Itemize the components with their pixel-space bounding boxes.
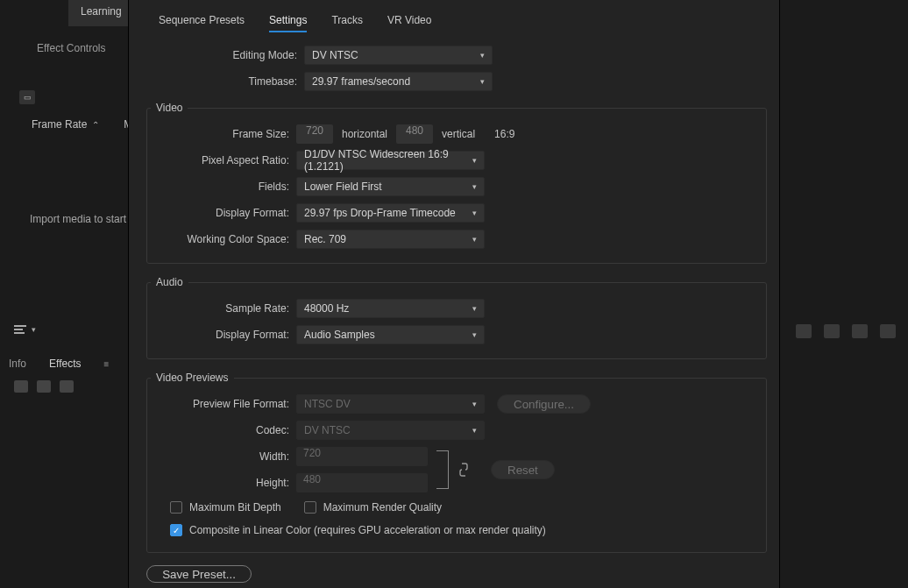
- link-icon[interactable]: [458, 462, 470, 478]
- codec-select: DV NTSC ▾: [296, 421, 485, 440]
- v-display-format-label: Display Format:: [147, 207, 296, 219]
- video-previews-legend: Video Previews: [151, 372, 234, 384]
- checkbox-icon: [304, 501, 316, 514]
- chevron-down-icon: ▾: [472, 330, 477, 339]
- width-input: 720: [296, 447, 428, 466]
- width-label: Width:: [147, 450, 296, 463]
- new-sequence-dialog: Sequence Presets Settings Tracks VR Vide…: [128, 0, 780, 588]
- horizontal-label: horizontal: [342, 128, 387, 140]
- tab-vr-video[interactable]: VR Video: [387, 14, 431, 31]
- chevron-down-icon: ▾: [472, 235, 477, 244]
- bracket-icon: [436, 450, 449, 489]
- panel-tab-effects[interactable]: Effects: [49, 358, 81, 370]
- sample-rate-label: Sample Rate:: [147, 302, 296, 315]
- preview-format-value: NTSC DV: [304, 398, 351, 410]
- chevron-down-icon: ▾: [472, 209, 477, 217]
- max-bit-depth-label: Maximum Bit Depth: [189, 501, 281, 514]
- reset-button[interactable]: Reset: [491, 460, 555, 479]
- fields-label: Fields:: [147, 181, 296, 193]
- v-display-format-value: 29.97 fps Drop-Frame Timecode: [304, 207, 456, 219]
- fields-value: Lower Field First: [304, 181, 382, 193]
- composite-linear-label: Composite in Linear Color (requires GPU …: [189, 524, 546, 536]
- par-label: Pixel Aspect Ratio:: [147, 154, 296, 166]
- column-frame-rate[interactable]: Frame Rate: [32, 118, 87, 131]
- panel-menu-icon[interactable]: [14, 324, 26, 335]
- chevron-down-icon: ▾: [480, 51, 485, 60]
- frame-height-input[interactable]: 480: [396, 124, 433, 144]
- frame-width-input[interactable]: 720: [296, 124, 333, 144]
- v-display-format-select[interactable]: 29.97 fps Drop-Frame Timecode ▾: [296, 203, 485, 223]
- a-display-format-value: Audio Samples: [304, 329, 375, 341]
- sort-caret-icon[interactable]: ⌃: [92, 120, 99, 130]
- aspect-ratio-text: 16:9: [494, 128, 514, 140]
- color-space-select[interactable]: Rec. 709 ▾: [296, 230, 485, 249]
- configure-button: Configure...: [497, 394, 591, 414]
- par-select[interactable]: D1/DV NTSC Widescreen 16:9 (1.2121) ▾: [296, 151, 485, 170]
- chevron-down-icon[interactable]: ▾: [32, 325, 36, 334]
- chevron-down-icon: ▾: [472, 426, 477, 435]
- max-render-quality-checkbox[interactable]: Maximum Render Quality: [304, 501, 442, 514]
- dialog-tabs: Sequence Presets Settings Tracks VR Vide…: [129, 0, 779, 33]
- audio-legend: Audio: [151, 276, 188, 288]
- sample-rate-value: 48000 Hz: [304, 302, 349, 315]
- chevron-down-icon: ▾: [472, 156, 477, 165]
- bin-icon[interactable]: [14, 380, 28, 393]
- a-display-format-select[interactable]: Audio Samples ▾: [296, 325, 485, 344]
- timebase-value: 29.97 frames/second: [312, 75, 410, 88]
- chevron-down-icon: ▾: [472, 182, 477, 191]
- panel-tab-info[interactable]: Info: [9, 358, 26, 370]
- bin-icon[interactable]: [37, 380, 51, 393]
- toolbar-icon[interactable]: [880, 324, 896, 338]
- codec-label: Codec:: [147, 424, 296, 436]
- video-previews-group: Video Previews Preview File Format: NTSC…: [146, 372, 767, 553]
- timebase-select[interactable]: 29.97 frames/second ▾: [304, 72, 493, 91]
- import-hint: Import media to start: [30, 213, 126, 225]
- max-bit-depth-checkbox[interactable]: Maximum Bit Depth: [170, 501, 281, 514]
- color-space-label: Working Color Space:: [147, 233, 296, 245]
- panel-tab-menu-icon[interactable]: ≡: [103, 359, 109, 369]
- sample-rate-select[interactable]: 48000 Hz ▾: [296, 299, 485, 318]
- fields-select[interactable]: Lower Field First ▾: [296, 177, 485, 196]
- workspace-tab-learning[interactable]: Learning: [68, 0, 134, 26]
- tab-settings[interactable]: Settings: [269, 14, 307, 32]
- editing-mode-select[interactable]: DV NTSC ▾: [304, 46, 493, 65]
- panel-icon[interactable]: ▭: [19, 90, 35, 104]
- a-display-format-label: Display Format:: [147, 329, 296, 341]
- editing-mode-value: DV NTSC: [312, 49, 358, 61]
- audio-group: Audio Sample Rate: 48000 Hz ▾ Display Fo…: [146, 276, 767, 359]
- max-render-quality-label: Maximum Render Quality: [323, 501, 442, 514]
- frame-size-label: Frame Size:: [147, 128, 296, 140]
- video-group: Video Frame Size: 720 horizontal 480 ver…: [146, 102, 767, 264]
- bin-icon[interactable]: [60, 380, 74, 393]
- timebase-label: Timebase:: [138, 75, 304, 88]
- preview-format-select: NTSC DV ▾: [296, 394, 485, 414]
- chevron-down-icon: ▾: [480, 77, 485, 86]
- save-preset-button[interactable]: Save Preset...: [146, 565, 252, 583]
- checkbox-checked-icon: ✓: [170, 524, 182, 536]
- editing-mode-label: Editing Mode:: [138, 49, 304, 61]
- toolbar-icon[interactable]: [824, 324, 840, 338]
- composite-linear-checkbox[interactable]: ✓ Composite in Linear Color (requires GP…: [170, 524, 546, 536]
- panel-tab-effect-controls[interactable]: Effect Controls: [37, 42, 105, 54]
- chevron-down-icon: ▾: [472, 304, 477, 313]
- codec-value: DV NTSC: [304, 424, 351, 436]
- tab-tracks[interactable]: Tracks: [331, 14, 363, 31]
- chevron-down-icon: ▾: [472, 400, 477, 408]
- video-legend: Video: [151, 102, 188, 114]
- camera-icon[interactable]: [852, 324, 868, 338]
- vertical-label: vertical: [442, 128, 475, 140]
- height-input: 480: [296, 473, 428, 492]
- checkbox-icon: [170, 501, 182, 514]
- tab-sequence-presets[interactable]: Sequence Presets: [159, 14, 245, 31]
- par-value: D1/DV NTSC Widescreen 16:9 (1.2121): [304, 148, 467, 173]
- preview-format-label: Preview File Format:: [147, 398, 296, 410]
- height-label: Height:: [147, 477, 296, 489]
- color-space-value: Rec. 709: [304, 233, 346, 245]
- toolbar-icon[interactable]: [796, 324, 812, 338]
